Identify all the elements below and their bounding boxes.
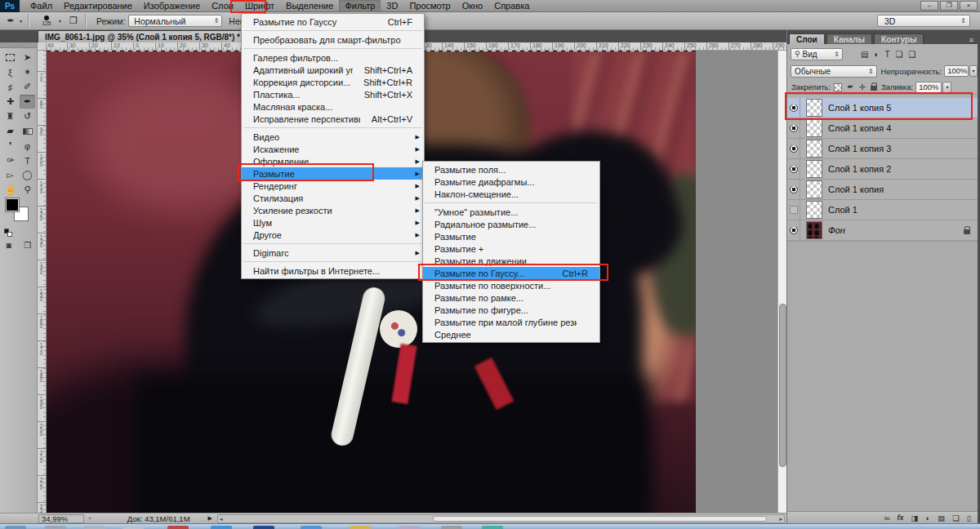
menu-item-blur-more[interactable]: Размытие + <box>423 242 599 255</box>
menu-item-motion-blur[interactable]: Размытие в движении... <box>423 255 599 267</box>
hand-tool-icon[interactable]: ✌ <box>2 183 18 197</box>
menu-item-convert-for-smart-filters[interactable]: Преобразовать для смарт-фильтров <box>242 33 424 46</box>
move-tool-icon[interactable]: ➤ <box>20 51 35 64</box>
shape-tool-icon[interactable]: ◯ <box>20 168 35 182</box>
layer-filter-select[interactable]: ⚲ Вид ⇕ <box>791 48 843 60</box>
layer-row[interactable]: Фон <box>787 220 978 241</box>
vertical-scrollbar-thumb[interactable] <box>779 304 786 467</box>
filter-type-icon[interactable]: T <box>885 50 890 59</box>
layer-thumbnail[interactable] <box>806 160 822 178</box>
filter-smart-icon[interactable]: ❑ <box>909 50 916 59</box>
menu-item-filter-gallery[interactable]: Галерея фильтров... <box>242 51 424 64</box>
menu-item-stylize[interactable]: Стилизация▶ <box>242 192 424 204</box>
lock-position-icon[interactable]: ✛ <box>859 82 866 91</box>
menu-item-vanishing-point[interactable]: Исправление перспективы...Alt+Ctrl+V <box>242 113 424 125</box>
menu-item-render[interactable]: Рендеринг▶ <box>242 180 424 192</box>
new-layer-icon[interactable]: ❏ <box>952 513 960 523</box>
layer-row[interactable]: Слой 1 <box>787 200 978 220</box>
visibility-cell[interactable] <box>787 200 800 220</box>
layer-blend-mode-select[interactable]: Обычные ⇕ <box>791 65 877 78</box>
menu-item-tilt-shift[interactable]: Наклон-смещение... <box>423 188 599 200</box>
gradient-tool-icon[interactable] <box>20 124 35 138</box>
menu-item-surface-blur[interactable]: Размытие по поверхности... <box>423 279 599 291</box>
taskbar-app-icon[interactable] <box>253 526 274 529</box>
menu-item-other[interactable]: Другое▶ <box>242 229 424 241</box>
scroll-left-icon[interactable]: ◂ <box>220 515 223 522</box>
visibility-cell[interactable] <box>787 220 800 240</box>
menu-item-find-filters-online[interactable]: Найти фильтры в Интернете... <box>242 264 424 277</box>
panel-menu-icon[interactable]: ≡ <box>969 36 973 44</box>
menu-item-gaussian-blur-last[interactable]: Размытие по ГауссуCtrl+F <box>242 16 424 28</box>
visibility-cell[interactable] <box>787 159 800 179</box>
menubar-item[interactable]: Просмотр <box>403 0 456 12</box>
path-selection-tool-icon[interactable]: ▻ <box>2 168 18 182</box>
menubar-item[interactable]: Окно <box>457 0 489 12</box>
layer-thumbnail[interactable] <box>806 119 822 137</box>
panel-grip[interactable]: ∙∙∙∙∙ <box>0 42 37 48</box>
status-flyout-icon[interactable]: ▶ <box>208 515 212 522</box>
menu-item-adaptive-wide-angle[interactable]: Адаптивный широкий угол...Shift+Ctrl+A <box>242 64 424 76</box>
menubar-item[interactable]: Файл <box>24 0 58 12</box>
menu-item-blur[interactable]: Размытие▶ <box>242 167 424 180</box>
history-brush-tool-icon[interactable]: ↺ <box>20 109 35 123</box>
visibility-cell[interactable] <box>787 180 800 199</box>
lock-pixels-icon[interactable]: ✒ <box>847 82 853 91</box>
menu-item-lens-correction[interactable]: Коррекция дисторсии...Shift+Ctrl+R <box>242 76 424 88</box>
brush-tool-icon[interactable]: ✒ <box>20 95 35 109</box>
blend-mode-select[interactable]: Нормальный ⇕ <box>128 15 222 27</box>
brush-dropdown-icon[interactable]: ▾ <box>59 18 61 24</box>
menu-item-smart-blur[interactable]: "Умное" размытие... <box>423 206 599 218</box>
menu-item-radial-blur[interactable]: Радиальное размытие... <box>423 218 599 230</box>
taskbar-app-icon[interactable] <box>399 526 420 529</box>
eyedropper-tool-icon[interactable]: ✐ <box>20 80 35 94</box>
brush-preset-picker[interactable]: 125 <box>36 16 57 26</box>
menu-item-box-blur[interactable]: Размытие по рамке... <box>423 291 599 304</box>
layer-row[interactable]: Слой 1 копия 2 <box>787 159 978 180</box>
clone-stamp-tool-icon[interactable]: ♜ <box>2 109 18 123</box>
preset-dropdown-icon[interactable]: ▾ <box>20 18 22 24</box>
taskbar-app-icon[interactable] <box>482 526 503 529</box>
menubar-item[interactable]: Фильтр <box>339 0 381 12</box>
minimize-button[interactable]: – <box>920 1 938 11</box>
menu-item-pixelate[interactable]: Оформление▶ <box>242 155 424 167</box>
taskbar-app-icon[interactable] <box>350 526 371 529</box>
menubar-item[interactable]: 3D <box>381 0 403 12</box>
visibility-cell[interactable] <box>787 139 800 158</box>
layer-row[interactable]: Слой 1 копия 4 <box>787 118 978 139</box>
toggle-brush-panel-icon[interactable]: ❒ <box>66 14 81 28</box>
taskbar-app-icon[interactable] <box>301 526 322 529</box>
visibility-cell[interactable] <box>787 98 800 118</box>
panel-tab[interactable]: Контуры <box>874 33 924 44</box>
lasso-tool-icon[interactable]: ξ <box>2 65 18 79</box>
link-layers-icon[interactable]: ∞ <box>884 513 890 523</box>
layer-row[interactable]: Слой 1 копия <box>787 180 978 200</box>
close-button[interactable]: × <box>960 1 978 11</box>
horizontal-scrollbar-thumb[interactable] <box>433 516 767 522</box>
scroll-right-icon[interactable]: ▸ <box>779 515 782 522</box>
layer-thumbnail[interactable] <box>806 140 822 158</box>
crop-tool-icon[interactable]: ♯ <box>2 80 18 94</box>
layer-thumbnail[interactable] <box>806 201 822 219</box>
menu-item-iris-blur[interactable]: Размытие диафрагмы... <box>423 176 599 188</box>
layer-row[interactable]: Слой 1 копия 5 <box>787 98 978 118</box>
delete-layer-icon[interactable]: ▯ <box>967 513 971 523</box>
dropdown-arrow-icon[interactable]: ▾ <box>942 82 951 93</box>
layer-thumbnail[interactable] <box>806 180 822 198</box>
panel-tab[interactable]: Слои <box>789 33 825 44</box>
menu-item-shape-blur[interactable]: Размытие по фигуре... <box>423 304 599 316</box>
blur-tool-icon[interactable]: ❜ <box>2 139 18 153</box>
magic-wand-tool-icon[interactable]: ✶ <box>20 65 35 79</box>
fill-input[interactable]: 100% <box>915 82 942 93</box>
taskbar-app-icon[interactable] <box>441 526 462 529</box>
menu-item-field-blur[interactable]: Размытие поля... <box>423 163 599 176</box>
menu-item-blur[interactable]: Размытие <box>423 230 599 242</box>
taskbar-app-icon[interactable] <box>211 526 232 529</box>
panel-tab[interactable]: Каналы <box>826 33 872 44</box>
menubar-item[interactable]: Справка <box>488 0 535 12</box>
foreground-color-swatch[interactable] <box>5 198 20 212</box>
menu-item-liquify[interactable]: Пластика...Shift+Ctrl+X <box>242 88 424 100</box>
visibility-cell[interactable] <box>787 118 800 138</box>
menu-item-average[interactable]: Среднее <box>423 328 599 340</box>
quick-mask-icon[interactable]: ◙ <box>7 241 11 250</box>
menubar-item[interactable]: Изображение <box>138 0 206 12</box>
